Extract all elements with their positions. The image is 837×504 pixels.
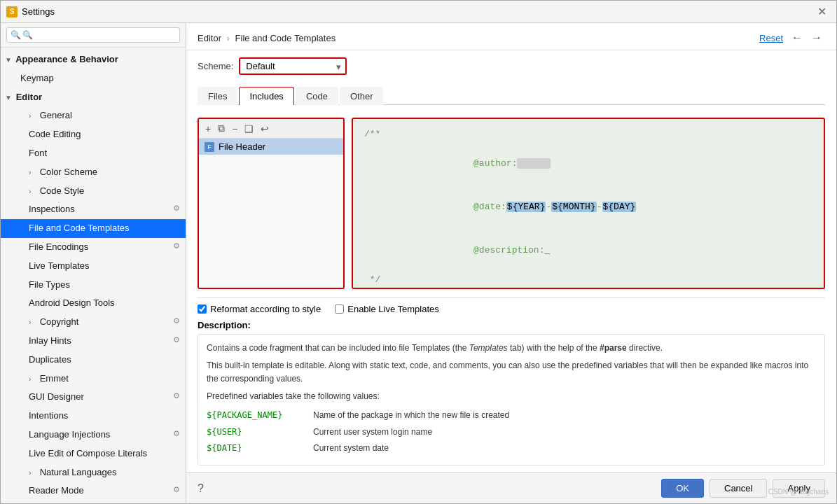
add-button[interactable]: + (203, 122, 213, 135)
sidebar-item-appearance[interactable]: ▼ Appearance & Behavior (1, 50, 186, 69)
code-line-3: @date:${YEAR}-${MONTH}-${DAY} (364, 186, 812, 229)
author-value (517, 158, 551, 169)
code-line-2: @author: (364, 142, 812, 186)
sidebar-item-live-edit-compose[interactable]: Live Edit of Compose Literals (1, 444, 186, 463)
sidebar-item-language-injections[interactable]: Language Injections ⚙ (1, 426, 186, 444)
close-button[interactable]: ✕ (813, 4, 831, 20)
table-row: ${DATE} Current system date (207, 442, 816, 455)
desc-para-1: Contains a code fragment that can be inc… (207, 342, 816, 355)
settings-window: S Settings ✕ 🔍 ▼ Appearance & Behavior (0, 0, 837, 504)
sidebar-item-duplicates[interactable]: Duplicates (1, 351, 186, 370)
month-var: ${MONTH} (551, 202, 596, 212)
expand-icon: ▼ (5, 92, 13, 104)
bottom-area: Reformat according to style Enable Live … (198, 298, 825, 465)
cancel-button[interactable]: Cancel (710, 479, 767, 498)
expand-icon: › (29, 167, 37, 178)
tab-other[interactable]: Other (340, 87, 384, 105)
sidebar-item-editor[interactable]: ▼ Editor (1, 88, 186, 107)
sidebar-item-inspections[interactable]: Inspections ⚙ (1, 200, 186, 219)
sidebar-item-inlay-hints[interactable]: Inlay Hints ⚙ (1, 332, 186, 351)
forward-button[interactable]: → (808, 30, 825, 46)
sidebar: 🔍 ▼ Appearance & Behavior Keymap ▼ Edito… (1, 23, 186, 503)
live-templates-checkbox[interactable] (335, 304, 344, 314)
duplicate-button[interactable]: ❑ (242, 122, 256, 135)
description-box: Contains a code fragment that can be inc… (198, 334, 825, 465)
expand-icon: › (29, 468, 37, 479)
sidebar-item-emmet[interactable]: › Emmet (1, 370, 186, 388)
var-key: ${USER} (207, 426, 305, 439)
title-bar: S Settings ✕ (1, 1, 836, 23)
table-row: ${USER} Current user system login name (207, 426, 816, 439)
desc-table: ${PACKAGE_NAME} Name of the package in w… (207, 409, 816, 455)
var-val: Current user system login name (313, 426, 432, 439)
sidebar-item-copyright[interactable]: › Copyright ⚙ (1, 313, 186, 332)
code-line-1: /** (364, 127, 812, 142)
sidebar-tree: ▼ Appearance & Behavior Keymap ▼ Editor … (1, 48, 186, 503)
revert-button[interactable]: ↩ (258, 122, 271, 135)
list-item[interactable]: F File Header (199, 139, 343, 155)
checkbox-row: Reformat according to style Enable Live … (198, 304, 825, 314)
file-panel: + ⧉ − ❑ ↩ F File Header (198, 118, 345, 289)
sidebar-item-file-and-code-templates[interactable]: File and Code Templates (1, 219, 186, 238)
code-editor[interactable]: /** @author: @date:${YEAR}-${MONTH}-${DA… (352, 118, 825, 289)
sidebar-item-android-design-tools[interactable]: Android Design Tools (1, 294, 186, 313)
sidebar-item-color-scheme[interactable]: › Color Scheme (1, 163, 186, 182)
expand-icon: › (29, 186, 37, 197)
tab-code[interactable]: Code (296, 87, 338, 105)
expand-icon: › (29, 111, 37, 122)
sidebar-item-gui-designer[interactable]: GUI Designer ⚙ (1, 388, 186, 407)
var-val: Name of the package in which the new fil… (313, 409, 509, 422)
sidebar-item-file-encodings[interactable]: File Encodings ⚙ (1, 238, 186, 257)
badge-icon: ⚙ (173, 334, 180, 346)
expand-icon: › (29, 374, 37, 385)
expand-icon: ▼ (5, 55, 13, 66)
sidebar-item-file-types[interactable]: File Types (1, 276, 186, 295)
sidebar-item-general[interactable]: › General (1, 106, 186, 125)
file-icon: F (205, 142, 214, 152)
reformat-checkbox[interactable] (198, 304, 207, 314)
sidebar-item-code-editing[interactable]: Code Editing (1, 125, 186, 144)
remove-button[interactable]: − (230, 122, 240, 135)
tabs-row: Files Includes Code Other (198, 86, 825, 105)
copy-button[interactable]: ⧉ (216, 122, 227, 135)
badge-icon: ⚙ (173, 315, 180, 328)
sidebar-item-intentions[interactable]: Intentions (1, 407, 186, 426)
app-icon: S (6, 6, 18, 18)
code-content: /** @author: @date:${YEAR}-${MONTH}-${DA… (353, 119, 824, 288)
desc-placeholder (544, 245, 550, 255)
tab-files[interactable]: Files (198, 87, 237, 105)
back-button[interactable]: ← (789, 30, 805, 46)
main-body: Scheme: Default Project ▾ Files Includes… (186, 50, 836, 472)
breadcrumb: Editor › File and Code Templates (198, 33, 754, 43)
var-val: Current system date (313, 442, 389, 455)
help-button[interactable]: ? (198, 482, 204, 495)
scheme-label: Scheme: (198, 61, 233, 71)
sidebar-item-code-style[interactable]: › Code Style (1, 182, 186, 201)
badge-icon: ⚙ (173, 484, 180, 496)
search-input[interactable] (6, 27, 180, 43)
expand-icon: › (29, 317, 37, 328)
tab-includes[interactable]: Includes (239, 87, 293, 105)
main-header: Editor › File and Code Templates Reset ←… (186, 23, 836, 50)
code-line-4: @description: (364, 230, 812, 273)
sidebar-item-natural-languages[interactable]: › Natural Languages (1, 463, 186, 482)
sidebar-item-live-templates[interactable]: Live Templates (1, 257, 186, 276)
badge-icon: ⚙ (173, 428, 180, 440)
day-var: ${DAY} (602, 202, 637, 212)
sidebar-item-reader-mode[interactable]: Reader Mode ⚙ (1, 482, 186, 500)
footer: ? OK Cancel Apply (186, 472, 836, 503)
reset-button[interactable]: Reset (759, 33, 783, 43)
sidebar-item-font[interactable]: Font (1, 144, 186, 163)
sidebar-item-keymap[interactable]: Keymap (1, 69, 186, 88)
ok-button[interactable]: OK (661, 479, 704, 498)
nav-buttons: ← → (789, 30, 825, 46)
code-line-5: */ (364, 273, 812, 288)
desc-para-3: Predefined variables take the following … (207, 390, 816, 403)
badge-icon: ⚙ (173, 202, 180, 215)
scheme-select[interactable]: Default Project (240, 59, 345, 74)
reformat-checkbox-label[interactable]: Reformat according to style (198, 304, 321, 314)
badge-icon: ⚙ (173, 390, 180, 402)
file-list: F File Header (199, 139, 343, 288)
live-templates-checkbox-label[interactable]: Enable Live Templates (335, 304, 439, 314)
badge-icon: ⚙ (173, 240, 180, 253)
